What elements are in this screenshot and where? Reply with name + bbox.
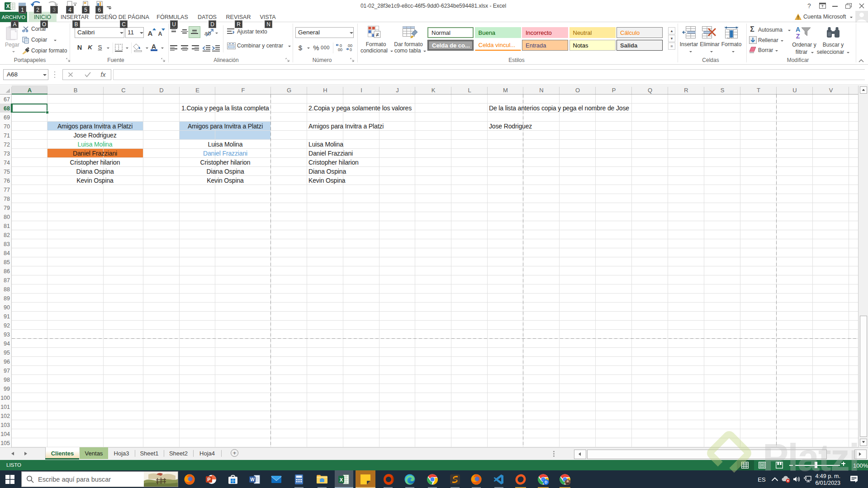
- svg-text:Daniel Frazziani: Daniel Frazziani: [203, 150, 247, 157]
- svg-text:Diana Ospina: Diana Ospina: [308, 168, 346, 175]
- svg-text:1.Copia y pega la lista comple: 1.Copia y pega la lista completa: [181, 104, 269, 112]
- svg-text:70: 70: [4, 123, 10, 130]
- svg-text:80: 80: [4, 214, 10, 220]
- svg-text:82: 82: [4, 232, 10, 238]
- svg-text:71: 71: [4, 133, 10, 139]
- svg-text:91: 91: [4, 313, 10, 320]
- svg-text:H: H: [323, 87, 327, 94]
- svg-text:Diana Ospina: Diana Ospina: [206, 168, 244, 175]
- svg-text:76: 76: [4, 178, 10, 184]
- svg-text:Jose Rodriguez: Jose Rodriguez: [489, 123, 532, 130]
- svg-text:P: P: [207, 477, 210, 482]
- svg-text:77: 77: [4, 187, 10, 193]
- svg-text:S: S: [721, 87, 725, 94]
- svg-text:G: G: [287, 87, 291, 94]
- svg-text:00: 00: [338, 47, 342, 52]
- svg-text:Q: Q: [648, 87, 652, 94]
- svg-text:M: M: [503, 87, 508, 94]
- svg-text:De la lista anterios copia y p: De la lista anterios copia y pega el nom…: [489, 104, 629, 112]
- svg-text:84: 84: [4, 250, 10, 256]
- svg-text:D: D: [545, 480, 547, 484]
- svg-text:95: 95: [4, 350, 10, 356]
- svg-text:T: T: [757, 87, 760, 94]
- svg-text:Amigos para Invitra a Platzi: Amigos para Invitra a Platzi: [57, 123, 133, 130]
- svg-text:Cristopher hilarion: Cristopher hilarion: [200, 159, 251, 166]
- svg-text:75: 75: [4, 169, 10, 175]
- svg-text:V: V: [829, 87, 833, 94]
- svg-text:I: I: [360, 87, 362, 94]
- svg-text:86: 86: [4, 268, 10, 275]
- svg-text:103: 103: [0, 422, 10, 428]
- svg-text:Daniel Frazziani: Daniel Frazziani: [308, 150, 353, 157]
- svg-text:W: W: [250, 477, 255, 482]
- svg-text:88: 88: [4, 286, 10, 293]
- svg-text:105: 105: [0, 440, 10, 446]
- svg-text:J: J: [396, 87, 399, 94]
- svg-text:U: U: [792, 87, 797, 94]
- svg-text:Platzi: Platzi: [763, 436, 859, 479]
- svg-text:90: 90: [4, 304, 10, 311]
- svg-text:89: 89: [4, 295, 10, 302]
- svg-text:69: 69: [4, 114, 10, 121]
- svg-text:Diana Ospina: Diana Ospina: [76, 168, 114, 175]
- svg-text:L: L: [468, 87, 471, 94]
- svg-text:N: N: [539, 87, 543, 94]
- svg-text:85: 85: [4, 259, 10, 265]
- svg-text:Daniel Frazziani: Daniel Frazziani: [73, 150, 117, 157]
- svg-text:A: A: [28, 87, 32, 94]
- svg-text:98: 98: [4, 377, 10, 383]
- svg-text:73: 73: [4, 151, 10, 157]
- svg-text:83: 83: [4, 241, 10, 247]
- svg-text:Luisa Molina: Luisa Molina: [78, 141, 113, 148]
- svg-text:Jose Rodriguez: Jose Rodriguez: [73, 132, 116, 139]
- svg-text:Kevin Ospina: Kevin Ospina: [207, 177, 244, 184]
- svg-text:72: 72: [4, 142, 10, 148]
- svg-text:≠: ≠: [375, 31, 379, 38]
- svg-text:E: E: [195, 87, 199, 94]
- svg-text:O: O: [575, 87, 580, 94]
- svg-text:Kevin Ospina: Kevin Ospina: [76, 177, 114, 184]
- svg-text:99: 99: [4, 386, 10, 392]
- svg-text:78: 78: [4, 196, 10, 202]
- svg-text:Luisa Molina: Luisa Molina: [308, 141, 343, 148]
- svg-text:0: 0: [350, 47, 352, 52]
- svg-text:94: 94: [4, 341, 10, 347]
- svg-text:92: 92: [4, 322, 10, 329]
- svg-text:Cristopher hilarion: Cristopher hilarion: [308, 159, 359, 166]
- svg-text:2.Copia y pega solamente los v: 2.Copia y pega solamente los valores: [308, 104, 412, 112]
- svg-text:79: 79: [4, 205, 10, 211]
- svg-text:C: C: [121, 87, 125, 94]
- svg-text:87: 87: [4, 277, 10, 284]
- svg-text:X: X: [6, 3, 9, 9]
- svg-text:81: 81: [4, 223, 10, 229]
- svg-text:Amigos para Invitra a Platzi: Amigos para Invitra a Platzi: [188, 123, 263, 130]
- svg-text:96: 96: [4, 359, 10, 365]
- svg-text:Amigos para Invitra a Platzi: Amigos para Invitra a Platzi: [308, 123, 384, 130]
- svg-text:101: 101: [0, 404, 10, 410]
- svg-text:68: 68: [4, 105, 10, 112]
- svg-text:P: P: [612, 87, 616, 94]
- svg-text:100: 100: [0, 395, 10, 401]
- svg-text:67: 67: [4, 96, 10, 103]
- svg-text:104: 104: [0, 431, 10, 437]
- svg-text:A: A: [796, 26, 800, 33]
- svg-text:F: F: [242, 87, 245, 94]
- svg-text:R: R: [684, 87, 688, 94]
- svg-text:D: D: [159, 87, 163, 94]
- svg-text:102: 102: [0, 413, 10, 419]
- svg-text:B: B: [74, 87, 78, 94]
- svg-text:93: 93: [4, 332, 10, 338]
- svg-text:Kevin Ospina: Kevin Ospina: [308, 177, 346, 184]
- svg-text:97: 97: [4, 368, 10, 374]
- svg-text:ab: ab: [204, 30, 211, 37]
- svg-text:74: 74: [4, 160, 10, 166]
- svg-text:Luisa Molina: Luisa Molina: [208, 141, 243, 148]
- svg-text:Cristopher hilarion: Cristopher hilarion: [70, 159, 120, 166]
- svg-text:K: K: [432, 87, 436, 94]
- svg-text:Z: Z: [796, 33, 800, 39]
- svg-text:X: X: [340, 477, 343, 483]
